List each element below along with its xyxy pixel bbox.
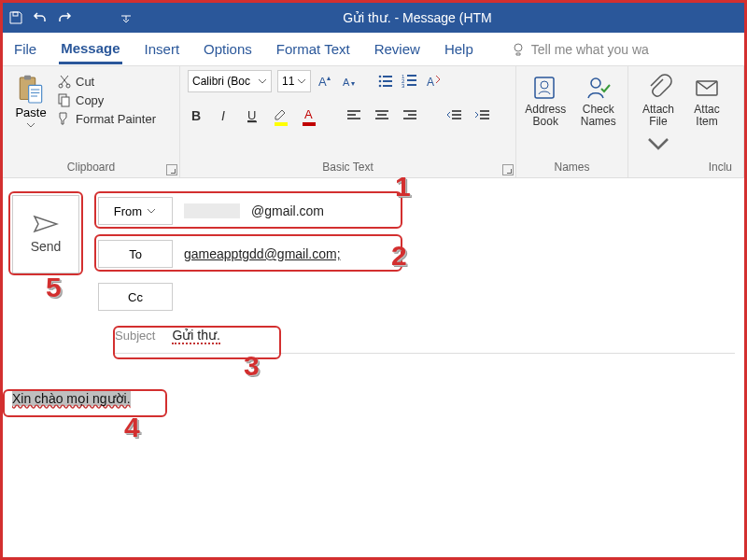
subject-label: Subject (115, 329, 155, 343)
group-label-include: Inclu (636, 159, 736, 175)
bold-icon[interactable]: B (188, 105, 206, 126)
check-names-button[interactable]: Check Names (577, 70, 621, 128)
tab-format-text[interactable]: Format Text (275, 35, 352, 63)
font-size-select[interactable]: 11 (277, 70, 311, 92)
cc-button[interactable]: Cc (98, 283, 173, 311)
cut-label: Cut (76, 75, 94, 89)
increase-indent-icon[interactable] (473, 105, 492, 126)
svg-rect-32 (347, 114, 356, 116)
group-basic-text: Calibri (Boc 11 A▴ A▾ 123 A B I U A (180, 66, 516, 177)
from-value: @gmail.com (251, 203, 324, 218)
svg-rect-41 (452, 114, 461, 116)
paste-label: Paste (15, 105, 46, 119)
svg-text:A: A (318, 75, 327, 89)
mail-body[interactable]: Xin chào mọi người. (12, 391, 735, 406)
align-center-icon[interactable] (373, 105, 391, 126)
align-left-icon[interactable] (345, 105, 363, 126)
copy-button[interactable]: Copy (57, 92, 156, 107)
tab-message[interactable]: Message (59, 35, 121, 64)
svg-rect-22 (407, 79, 416, 81)
cut-button[interactable]: Cut (57, 74, 156, 89)
svg-point-13 (379, 76, 382, 78)
svg-rect-37 (403, 110, 416, 112)
svg-rect-38 (408, 114, 416, 116)
tab-options[interactable]: Options (202, 35, 254, 63)
increase-font-icon[interactable]: A▴ (317, 71, 335, 91)
svg-rect-16 (383, 80, 392, 82)
font-color-icon[interactable]: A (300, 105, 318, 126)
numbering-icon[interactable]: 123 (401, 71, 419, 91)
group-label-names: Names (524, 159, 620, 175)
svg-text:I: I (221, 108, 225, 123)
attach-item-button[interactable]: Attac Item (688, 70, 726, 128)
highlight-color-icon[interactable] (272, 105, 290, 126)
attach-file-button[interactable]: Attach File (636, 70, 681, 158)
qat-customize-icon[interactable] (119, 10, 134, 25)
decrease-font-icon[interactable]: A▾ (341, 71, 359, 91)
window-title: Gửi thư. - Message (HTM (134, 10, 739, 25)
italic-icon[interactable]: I (216, 105, 234, 126)
svg-rect-18 (383, 85, 392, 87)
quick-access-toolbar (8, 10, 134, 25)
svg-text:3: 3 (402, 83, 405, 89)
send-button[interactable]: Send (12, 195, 79, 273)
tab-help[interactable]: Help (443, 35, 475, 63)
from-label: From (114, 204, 142, 218)
address-book-button[interactable]: Address Book (524, 70, 568, 128)
attach-file-label: Attach File (642, 104, 674, 128)
from-row: From @gmail.com (98, 195, 735, 227)
svg-rect-40 (452, 110, 461, 112)
to-value[interactable]: gameapptgdd@gmail.com; (184, 246, 341, 261)
svg-point-48 (591, 78, 600, 88)
svg-rect-24 (407, 84, 416, 86)
compose-area: Send From @gmail.com To gameapptgdd@gmai… (3, 178, 744, 415)
svg-point-17 (379, 85, 382, 88)
svg-rect-29 (247, 121, 257, 122)
subject-row: Subject Gửi thư. (115, 322, 735, 354)
to-button[interactable]: To (98, 240, 173, 268)
svg-point-15 (379, 80, 382, 83)
clipboard-dialog-launcher-icon[interactable] (166, 164, 177, 175)
svg-text:A: A (427, 76, 434, 89)
underline-icon[interactable]: U (244, 105, 262, 126)
subject-value[interactable]: Gửi thư. (172, 328, 219, 344)
bullets-icon[interactable] (376, 71, 395, 91)
paste-button[interactable]: Paste (10, 70, 51, 134)
format-painter-label: Format Painter (76, 112, 156, 126)
from-button[interactable]: From (98, 197, 173, 225)
check-names-label: Check Names (581, 104, 616, 128)
svg-text:A: A (304, 107, 313, 121)
svg-text:▴: ▴ (327, 74, 331, 82)
redo-icon[interactable] (57, 10, 72, 25)
decrease-indent-icon[interactable] (445, 105, 464, 126)
svg-rect-43 (480, 110, 489, 112)
svg-text:U: U (247, 108, 256, 122)
svg-rect-33 (347, 118, 360, 119)
tab-file[interactable]: File (12, 35, 38, 63)
undo-icon[interactable] (33, 10, 48, 25)
svg-point-1 (514, 44, 522, 51)
annotation-number-3: 3 (244, 350, 260, 382)
tell-me-search[interactable]: Tell me what you wa (511, 42, 649, 57)
tab-insert[interactable]: Insert (143, 35, 182, 63)
tab-review[interactable]: Review (373, 35, 422, 63)
from-redacted (184, 203, 240, 218)
cc-label: Cc (128, 290, 143, 304)
clear-formatting-icon[interactable]: A (425, 71, 444, 91)
to-label: To (129, 247, 142, 261)
save-icon[interactable] (8, 10, 23, 25)
align-right-icon[interactable] (401, 105, 419, 126)
title-bar: Gửi thư. - Message (HTM (3, 3, 744, 33)
format-painter-button[interactable]: Format Painter (57, 111, 156, 126)
font-name-select[interactable]: Calibri (Boc (188, 70, 272, 92)
attach-item-label: Attac Item (694, 104, 719, 128)
send-label: Send (31, 239, 62, 254)
svg-rect-42 (452, 118, 461, 119)
cc-row: Cc (98, 281, 735, 313)
font-size-value: 11 (282, 75, 294, 88)
tell-me-label: Tell me what you wa (531, 42, 649, 57)
svg-rect-8 (62, 97, 69, 106)
basic-text-dialog-launcher-icon[interactable] (502, 164, 514, 175)
svg-rect-39 (403, 118, 416, 119)
group-include: Attach File Attac Item Inclu (628, 66, 744, 177)
